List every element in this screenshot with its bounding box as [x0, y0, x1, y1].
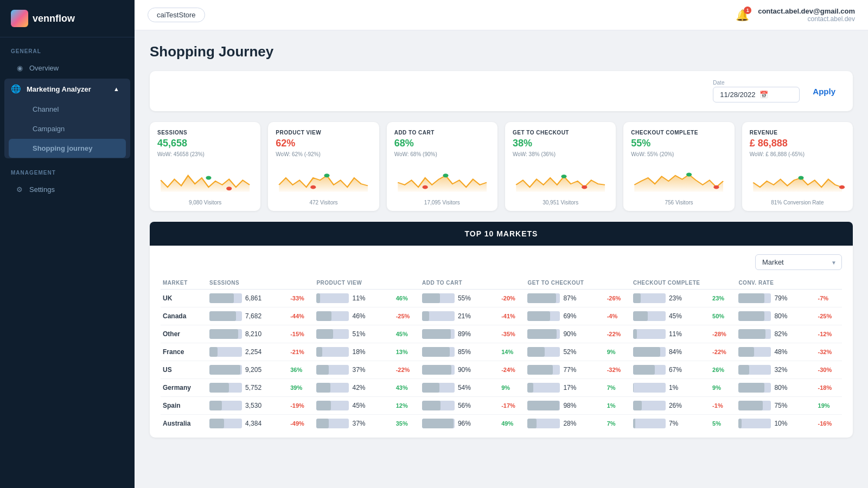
cell-value: 52% [525, 343, 604, 361]
calendar-icon[interactable]: 📅 [760, 91, 793, 99]
sidebar-item-marketing-analyzer[interactable]: 🌐 Marketing Analyzer ▲ [4, 79, 130, 99]
markets-table: MARKET SESSIONS PRODUCT VIEW ADD TO CART… [161, 277, 842, 432]
management-section-label: MANAGEMENT [0, 159, 135, 179]
page-title: Shopping Journey [150, 43, 853, 60]
metric-value-add-to-cart: 68% [394, 138, 490, 149]
cell-delta: -17% [499, 397, 525, 415]
cell-delta: 12% [394, 397, 420, 415]
sidebar-item-shopping-journey[interactable]: Shopping journey [9, 139, 126, 158]
sidebar-item-settings[interactable]: ⚙ Settings [4, 179, 130, 199]
chevron-up-icon: ▲ [113, 86, 119, 92]
cell-value: 32% [736, 361, 815, 379]
cell-delta: -33% [288, 290, 314, 307]
cell-delta: -22% [605, 325, 631, 343]
cell-value: 67% [631, 361, 710, 379]
metric-wow-product-view: WoW: 62% (-92%) [276, 151, 371, 157]
cell-delta: -26% [605, 290, 631, 307]
th-get-to-checkout: GET TO CHECKOUT [525, 277, 630, 290]
metric-title-revenue: REVENUE [750, 130, 845, 136]
svg-point-8 [422, 185, 427, 189]
date-input-wrapper[interactable]: 11/28/2022 📅 [713, 87, 800, 102]
store-selector[interactable]: caiTestStore [148, 8, 205, 22]
cell-delta: 9% [710, 379, 736, 397]
th-conv-rate: CONV. RATE [736, 277, 842, 290]
cell-value: 45% [314, 397, 393, 415]
topbar: caiTestStore 🔔 1 contact.abel.dev@gmail.… [135, 0, 868, 30]
cell-value: 18% [314, 343, 393, 361]
cell-value: 6,861 [207, 290, 288, 307]
apply-button[interactable]: Apply [806, 84, 842, 99]
cell-delta: -32% [816, 343, 842, 361]
cell-delta: 50% [710, 307, 736, 325]
cell-value: 4,384 [207, 415, 288, 433]
table-row: Germany 5,752 39% 42% 43% 54% 9% 17% [161, 379, 842, 397]
svg-point-2 [226, 187, 232, 190]
table-row: US 9,205 36% 37% -22% 90% -24% 77% [161, 361, 842, 379]
cell-value: 56% [420, 397, 499, 415]
cell-delta: 14% [499, 343, 525, 361]
markets-section: TOP 10 MARKETS Market Country Region M [150, 222, 853, 438]
campaign-label: Campaign [33, 125, 65, 133]
logo-area: vennflow [0, 0, 135, 37]
main-content: caiTestStore 🔔 1 contact.abel.dev@gmail.… [135, 0, 868, 488]
cell-value: 98% [525, 397, 604, 415]
cell-value: 82% [736, 325, 815, 343]
metric-card-add-to-cart: ADD TO CART 68% WoW: 68% (90%) 17,095 Vi… [387, 122, 497, 211]
market-filter-row: Market Country Region [161, 254, 842, 270]
th-sessions: SESSIONS [207, 277, 314, 290]
cell-value: 87% [525, 290, 604, 307]
svg-point-5 [311, 185, 316, 189]
cell-value: 75% [736, 397, 815, 415]
th-product-view: PRODUCT VIEW [314, 277, 419, 290]
cell-value: 1% [631, 379, 710, 397]
cell-delta: -30% [816, 361, 842, 379]
metric-visitors-revenue: 81% Conversion Rate [750, 200, 845, 206]
cell-delta: 45% [394, 325, 420, 343]
user-email: contact.abel.dev@gmail.com [758, 7, 855, 15]
market-name: Other [161, 325, 207, 343]
sidebar-item-overview[interactable]: ◉ Overview [4, 58, 130, 78]
th-add-to-cart: ADD TO CART [420, 277, 525, 290]
cell-delta: -32% [605, 361, 631, 379]
svg-point-14 [714, 185, 719, 189]
svg-point-16 [798, 176, 803, 180]
notifications-bell[interactable]: 🔔 1 [736, 9, 749, 22]
cell-delta: 9% [605, 343, 631, 361]
sidebar-item-channel[interactable]: Channel [9, 100, 126, 119]
metric-card-checkout-complete: CHECKOUT COMPLETE 55% WoW: 55% (20%) 756… [623, 122, 734, 211]
cell-value: 28% [525, 415, 604, 433]
metric-value-get-to-checkout: 38% [513, 138, 608, 149]
svg-point-1 [206, 176, 211, 180]
content-area: Shopping Journey Date 11/28/2022 📅 Apply… [135, 30, 868, 488]
cell-delta: -25% [394, 307, 420, 325]
cell-value: 10% [736, 415, 815, 433]
cell-value: 11% [631, 325, 710, 343]
cell-value: 17% [525, 379, 604, 397]
cell-delta: -1% [710, 397, 736, 415]
market-select[interactable]: Market Country Region [755, 254, 842, 270]
cell-delta: 9% [499, 379, 525, 397]
table-row: Australia 4,384 -49% 37% 35% 96% 49% [161, 415, 842, 433]
metric-value-product-view: 62% [276, 138, 371, 149]
cell-delta: 1% [605, 397, 631, 415]
cell-delta: 13% [394, 343, 420, 361]
metric-card-sessions: SESSIONS 45,658 WoW: 45658 (23%) 9,080 V… [150, 122, 260, 211]
sidebar-item-campaign[interactable]: Campaign [9, 119, 126, 138]
metric-chart-revenue [750, 162, 845, 194]
metrics-row: SESSIONS 45,658 WoW: 45658 (23%) 9,080 V… [150, 122, 853, 211]
metric-card-product-view: PRODUCT VIEW 62% WoW: 62% (-92%) 472 Vis… [268, 122, 379, 211]
metric-chart-get-to-checkout [513, 162, 608, 194]
cell-delta: -22% [394, 361, 420, 379]
cell-value: 79% [736, 290, 815, 307]
cell-value: 45% [631, 307, 710, 325]
table-row: France 2,254 -21% 18% 13% 85% 14% 52 [161, 343, 842, 361]
cell-value: 48% [736, 343, 815, 361]
marketing-analyzer-label: Marketing Analyzer [27, 85, 91, 93]
metric-title-add-to-cart: ADD TO CART [394, 130, 490, 136]
table-row: Spain 3,530 -19% 45% 12% 56% -17% 98 [161, 397, 842, 415]
cell-delta: -7% [816, 290, 842, 307]
cell-value: 80% [736, 307, 815, 325]
svg-marker-0 [161, 176, 250, 192]
cell-delta: 5% [710, 415, 736, 433]
cell-value: 90% [525, 325, 604, 343]
